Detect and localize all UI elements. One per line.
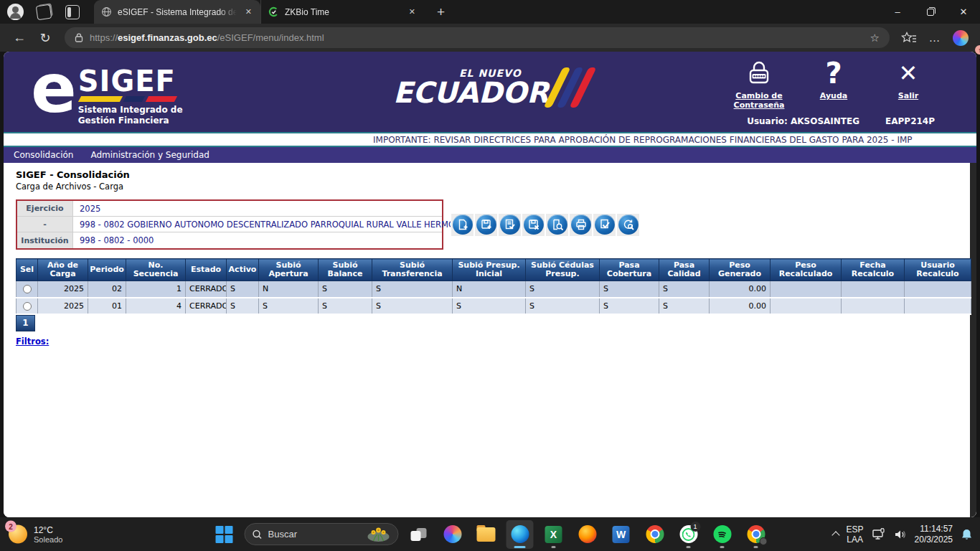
delete-record-button[interactable] [522,213,545,237]
browser-menu-button[interactable]: … ↑ [924,27,946,49]
main-content: SIGEF - Consolidación Carga de Archivos … [4,163,976,517]
copilot-app-button[interactable] [439,520,466,549]
taskbar-center: Buscar X W 1 [211,517,770,551]
col-usuario-recalculo: Usuario Recalculo [905,259,971,281]
notifications-button[interactable] [961,528,973,541]
col-estado: Estado [186,259,227,281]
form-label: Ejercicio [17,201,73,216]
favorite-star-icon[interactable]: ☆ [870,32,880,44]
row-select-radio[interactable] [23,302,32,311]
tab-esigef[interactable]: eSIGEF - Sistema Integrado de Ge ✕ [94,0,260,24]
running-indicator [552,546,556,548]
excel-icon: X [545,526,562,543]
change-password-button[interactable]: Cambio de Contraseña [728,57,790,110]
print-button[interactable] [569,213,593,237]
chevron-up-icon [831,531,839,539]
url-text: https://esigef.finanzas.gob.ec/eSIGEF/me… [90,32,864,43]
word-button[interactable]: W [608,520,635,549]
chrome-button[interactable] [641,520,669,549]
col-periodo: Periodo [88,259,126,281]
firefox-button[interactable] [574,520,601,549]
favorites-bar-icon[interactable] [898,27,920,49]
padlock-icon [745,57,773,89]
close-button[interactable]: ✕ [947,0,980,24]
row-select-radio[interactable] [23,285,32,293]
form-row-institucion: Institución 998 - 0802 - 0000 [17,232,442,248]
copilot-icon [953,30,969,46]
ecuador-brand: EL NUEVO ECUADOR [393,67,587,108]
workspaces-icon[interactable] [36,4,52,20]
running-indicator [687,546,691,548]
col-pasa-cobertura: Pasa Cobertura [600,259,659,281]
menu-consolidacion[interactable]: Consolidación [14,150,73,160]
action-toolbar [451,213,640,237]
ellipsis-icon: … [929,32,941,44]
save-record-button[interactable] [474,213,498,237]
language-indicator[interactable]: ESPLAA [847,524,864,545]
cell-estado: CERRADO [186,281,227,298]
volume-button[interactable] [894,529,907,540]
cell-transferencia: S [372,281,453,298]
col-peso-generado: Peso Generado [710,259,771,281]
filters-link[interactable]: Filtros: [16,336,49,347]
new-record-button[interactable] [451,213,474,237]
help-button[interactable]: ? Ayuda [803,57,864,110]
minimize-button[interactable]: – [881,0,914,24]
browser-profile-avatar[interactable] [7,4,24,20]
page-magnifier-icon [547,215,567,235]
cell-peso: 0.00 [710,298,771,314]
cell-periodo: 01 [88,298,126,314]
start-button[interactable] [211,520,238,549]
chrome-profile2-button[interactable] [743,520,770,549]
question-icon: ? [825,57,842,89]
weather-widget[interactable]: 2 12°C Soleado [9,524,62,544]
refresh-magnifier-icon [618,215,639,235]
detail-search-button[interactable] [545,213,569,237]
tray-chevron-button[interactable] [833,530,839,538]
clock-widget[interactable]: 11:14:5720/3/2025 [915,524,953,545]
zkbio-favicon [268,6,279,17]
whatsapp-button[interactable]: 1 [675,520,702,549]
save-x-icon [524,215,544,235]
task-view-button[interactable] [405,520,433,549]
file-explorer-button[interactable] [473,520,500,549]
logout-button[interactable]: ✕ Salir [877,57,939,110]
split-screen-icon[interactable] [65,5,80,19]
cell-transferencia: S [372,298,453,314]
copilot-button[interactable] [950,27,971,49]
tab-zkbio[interactable]: ZKBio Time ✕ [260,0,424,24]
tab-close-icon[interactable]: ✕ [406,6,418,18]
spotify-button[interactable] [709,520,736,549]
excel-button[interactable]: X [540,520,567,549]
back-button[interactable]: ← [9,27,30,49]
col-subio-cedulas: Subió Cédulas Presup. [526,259,600,281]
cell-anio: 2025 [38,298,88,314]
network-button[interactable] [872,528,886,541]
spotify-icon [713,525,731,543]
restore-button[interactable] [914,0,947,24]
menu-administracion[interactable]: Administración y Seguridad [90,150,209,160]
cell-fecha-recalc [842,281,905,298]
page-number-button[interactable]: 1 [16,315,35,331]
col-secuencia: No. Secuencia [126,259,186,281]
globe-favicon [101,6,112,17]
approve-button[interactable] [593,213,616,237]
taskbar-search[interactable]: Buscar [245,523,399,545]
tab-close-icon[interactable]: ✕ [242,6,255,18]
new-tab-button[interactable]: + [431,4,451,20]
browser-navbar: ← ↻ https://esigef.finanzas.gob.ec/eSIGE… [0,24,980,52]
url-path: /eSIGEF/menu/index.html [217,32,324,43]
validate-button[interactable] [498,213,522,237]
logout-label: Salir [898,91,918,100]
address-bar[interactable]: https://esigef.finanzas.gob.ec/eSIGEF/me… [65,27,890,48]
weather-temp: 12°C [34,524,62,534]
logo-subtitle-2: Gestión Financiera [78,116,183,126]
doc-check-icon [595,215,615,235]
form-label: Institución [17,232,73,248]
cell-fecha-recalc [842,298,905,314]
edge-button[interactable] [507,520,534,549]
col-activo: Activo [227,259,259,281]
refresh-search-button[interactable] [616,213,640,237]
col-peso-recalculado: Peso Recalculado [771,259,842,281]
refresh-button[interactable]: ↻ [34,27,56,49]
